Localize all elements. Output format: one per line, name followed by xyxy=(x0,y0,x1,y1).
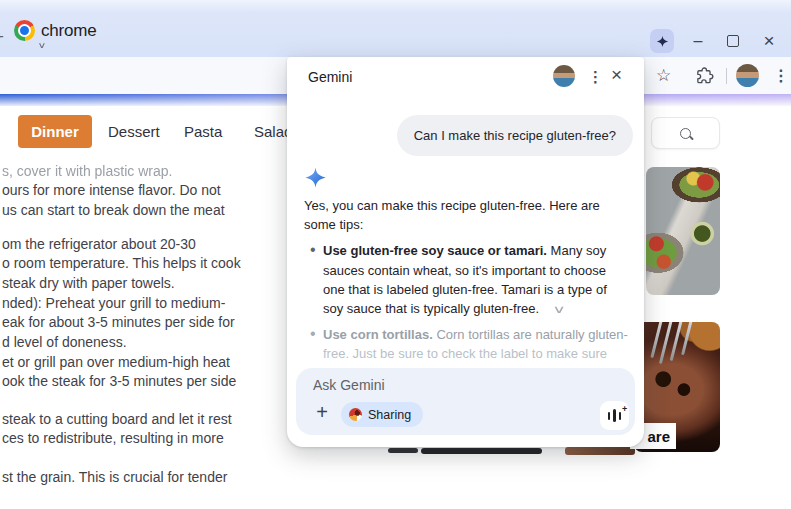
gemini-response: Yes, you can make this recipe gluten-fre… xyxy=(304,196,640,364)
tab-dinner[interactable]: Dinner xyxy=(18,115,92,148)
recipe-paragraph: st the grain. This is crucial for tender xyxy=(2,468,294,487)
maximize-button[interactable] xyxy=(721,29,745,53)
response-bullet-1: Use gluten-free soy sauce or tamari. Man… xyxy=(304,241,640,319)
tab-pasta[interactable]: Pasta xyxy=(184,115,222,148)
recipe-paragraph: s, cover it with plastic wrap. ours for … xyxy=(2,162,294,220)
recipe-line: steak dry with paper towels. xyxy=(2,274,294,293)
search-box[interactable] xyxy=(651,117,720,149)
bullet-text: one that is labeled gluten-free. Tamari … xyxy=(323,280,640,299)
occluded-text-fragment xyxy=(388,448,418,453)
sharing-chip-label: Sharing xyxy=(368,408,411,422)
voice-input-button[interactable]: + xyxy=(600,401,629,430)
bullet-text: soy sauce that is typically gluten-free. xyxy=(323,301,539,316)
add-attachment-button[interactable]: + xyxy=(311,401,333,423)
gemini-input-placeholder[interactable]: Ask Gemini xyxy=(313,377,385,393)
recipe-paragraph: nded): Preheat your grill to medium- eak… xyxy=(2,294,294,352)
extensions-icon[interactable] xyxy=(695,66,714,89)
recipe-line: s, cover it with plastic wrap. xyxy=(2,162,294,181)
minimize-button[interactable]: – xyxy=(686,29,710,53)
sparkle-icon xyxy=(656,35,669,48)
recipe-line: o room temperature. This helps it cook xyxy=(2,254,294,273)
gemini-menu-icon[interactable]: ⋮ xyxy=(588,68,603,86)
gemini-panel-title: Gemini xyxy=(308,69,352,85)
chrome-logo-icon xyxy=(14,20,35,41)
toolbar-separator xyxy=(726,68,727,84)
new-tab-icon[interactable]: + xyxy=(0,27,4,47)
recipe-line: ces to redistribute, resulting in more xyxy=(2,429,294,448)
gemini-panel: Gemini ⋮ × Can I make this recipe gluten… xyxy=(287,57,644,447)
gemini-close-icon[interactable]: × xyxy=(611,64,622,86)
recipe-paragraph: et or grill pan over medium-high heat oo… xyxy=(2,353,294,392)
maximize-icon xyxy=(727,35,739,47)
recipe-line: et or grill pan over medium-high heat xyxy=(2,353,294,372)
profile-avatar[interactable] xyxy=(736,64,759,87)
sharing-chip[interactable]: Sharing xyxy=(341,402,423,427)
recipe-line: ours for more intense flavor. Do not xyxy=(2,181,294,200)
response-bullet-2: Use corn tortillas. Corn tortillas are n… xyxy=(304,325,640,363)
recipe-line: steak to a cutting board and let it rest xyxy=(2,410,294,429)
voice-sparkle-icon: + xyxy=(622,404,627,414)
bullet-text: Many soy xyxy=(547,243,606,258)
fork-tine xyxy=(681,322,692,355)
fork-tine xyxy=(670,322,683,361)
close-window-button[interactable]: × xyxy=(757,29,781,53)
response-line: some tips: xyxy=(304,215,640,234)
tab-title[interactable]: chrome xyxy=(41,21,97,41)
window-titlebar: + chrome ∨ – × xyxy=(0,0,791,57)
recipe-line: om the refrigerator about 20-30 xyxy=(2,235,294,254)
gemini-input-area[interactable]: Ask Gemini + Sharing + xyxy=(296,368,635,435)
gemini-account-avatar[interactable] xyxy=(553,65,575,87)
voice-input-icon: + xyxy=(608,408,622,423)
recipe-paragraph: om the refrigerator about 20-30 o room t… xyxy=(2,235,294,293)
sharing-eye-icon xyxy=(349,408,362,421)
search-icon xyxy=(680,128,691,139)
recipe-line: eak for about 3-5 minutes per side for xyxy=(2,313,294,332)
recipe-line: d level of doneness. xyxy=(2,333,294,352)
bullet-text: sauces contain wheat, so it's important … xyxy=(323,261,640,280)
recipe-line: ook the steak for 3-5 minutes per side xyxy=(2,372,294,391)
bullet-text: Corn tortillas are naturally gluten- xyxy=(433,327,628,342)
bookmark-star-icon[interactable]: ☆ xyxy=(656,65,671,86)
recipe-line: st the grain. This is crucial for tender xyxy=(2,468,294,487)
bullet-bold-text: Use gluten-free soy sauce or tamari. xyxy=(323,243,547,258)
chrome-logo-center xyxy=(18,24,31,37)
recipe-line: nded): Preheat your grill to medium- xyxy=(2,294,294,313)
sparkle-button[interactable] xyxy=(650,29,674,53)
tab-dessert[interactable]: Dessert xyxy=(108,115,160,148)
occluded-image-fragment xyxy=(565,447,635,455)
salad-image[interactable] xyxy=(646,167,720,295)
bullet-bold-text: Use corn tortillas. xyxy=(323,327,433,342)
occluded-text-fragment xyxy=(421,448,542,454)
recipe-line: us can start to break down the meat xyxy=(2,201,294,220)
user-message-bubble: Can I make this recipe gluten-free? xyxy=(397,115,633,156)
screen: + chrome ∨ – × ☆ ⋮ Dinner Dessert P xyxy=(0,0,791,509)
bullet-text: free. Just be sure to check the label to… xyxy=(323,344,640,363)
browser-menu-icon[interactable]: ⋮ xyxy=(773,66,789,85)
gemini-sparkle-icon xyxy=(304,166,327,193)
recipe-paragraph: steak to a cutting board and let it rest… xyxy=(2,410,294,449)
response-line: Yes, you can make this recipe gluten-fre… xyxy=(304,196,640,215)
tab-chevron-icon[interactable]: ∨ xyxy=(38,41,47,50)
expand-chevron-icon[interactable]: ∨ xyxy=(552,300,566,319)
